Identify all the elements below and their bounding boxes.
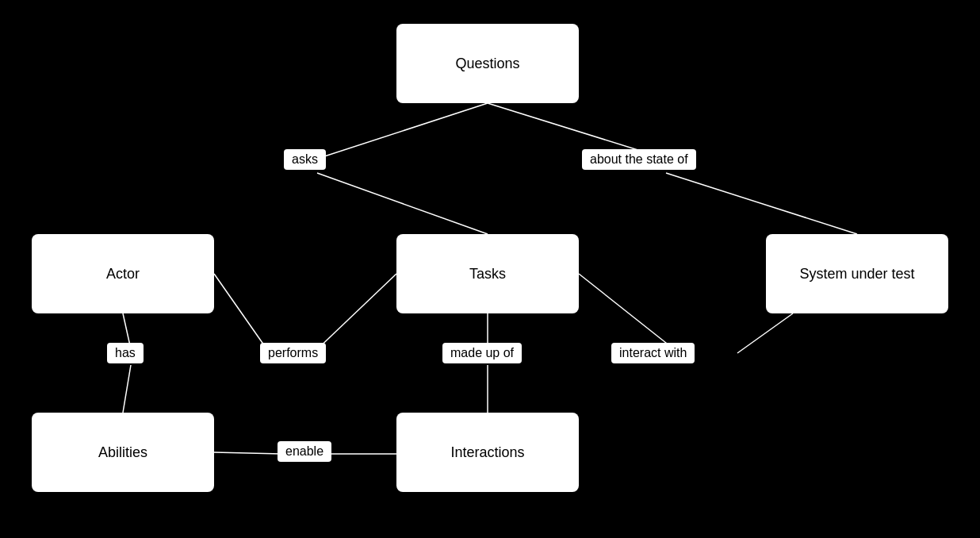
about-the-state-of-label: about the state of (582, 149, 696, 170)
actor-label: Actor (106, 266, 140, 282)
interactions-label: Interactions (450, 444, 524, 461)
has-label: has (107, 343, 144, 363)
svg-line-4 (214, 274, 270, 353)
abilities-label: Abilities (98, 444, 147, 461)
made-up-of-label: made up of (442, 343, 522, 363)
questions-node[interactable]: Questions (396, 24, 579, 103)
asks-label: asks (284, 149, 326, 170)
interactions-node[interactable]: Interactions (396, 413, 579, 492)
system-under-test-label: System under test (799, 266, 914, 282)
tasks-node[interactable]: Tasks (396, 234, 579, 313)
svg-line-3 (666, 173, 857, 234)
svg-line-5 (313, 274, 396, 353)
interact-with-label: interact with (611, 343, 695, 363)
tasks-label: Tasks (469, 266, 506, 282)
questions-label: Questions (455, 56, 519, 72)
system-under-test-node[interactable]: System under test (766, 234, 948, 313)
svg-line-2 (317, 173, 488, 234)
svg-line-0 (317, 103, 488, 159)
svg-line-10 (579, 274, 674, 349)
enable-label: enable (278, 441, 331, 462)
svg-line-11 (737, 313, 793, 353)
performs-label: performs (260, 343, 326, 363)
svg-line-7 (123, 365, 131, 413)
svg-line-12 (214, 452, 281, 454)
abilities-node[interactable]: Abilities (32, 413, 214, 492)
actor-node[interactable]: Actor (32, 234, 214, 313)
